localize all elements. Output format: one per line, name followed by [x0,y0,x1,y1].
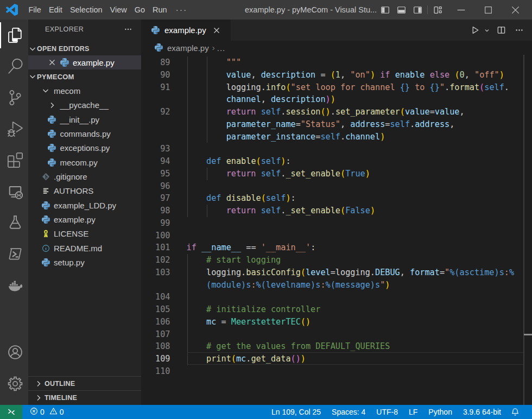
close-editor-icon[interactable] [48,58,56,67]
code-line-wrap[interactable]: (module)s:%(levelname)s:%(message)s") [141,279,532,291]
code-line-103[interactable]: 103 logging.basicConfig(level=logging.DE… [141,266,532,279]
close-button[interactable] [502,0,529,20]
code-line-wrap[interactable]: parameter_name="Status", address=self.ad… [141,118,532,131]
split-editor-icon[interactable] [492,20,510,41]
section-outline[interactable]: OUTLINE [28,376,141,390]
code-line-101[interactable]: 101if __name__ == '__main__': [141,242,532,254]
code-line-wrap[interactable]: channel, description)) [141,93,532,106]
activity-powershell[interactable] [1,242,29,266]
explorer-more-icon[interactable] [124,25,132,34]
activity-testing[interactable] [1,210,29,235]
tree-item-README.md[interactable]: README.md [28,241,141,255]
open-editors-header[interactable]: OPEN EDITORS [28,42,141,56]
menu-view[interactable]: View [106,0,131,20]
breadcrumb-symbol[interactable]: ... [217,43,226,53]
folder-section-header[interactable]: PYMECOM [28,69,141,84]
close-icon[interactable] [212,26,221,35]
activity-docker[interactable] [1,273,29,298]
code-line-100[interactable]: 100 [141,230,532,242]
activity-explorer[interactable] [1,23,29,48]
code-line-92[interactable]: 92 return self.session().set_parameter(v… [141,106,532,118]
code-line-wrap[interactable]: parameter_instance=self.channel) [141,131,532,143]
scrollbar[interactable] [523,55,524,405]
run-icon[interactable] [471,26,480,35]
problems-status[interactable]: 0 0 [30,407,66,417]
code-line-99[interactable]: 99 [141,217,532,230]
status-language-mode[interactable]: Python [423,405,458,419]
tree-item-mecom.py[interactable]: mecom.py [28,155,141,169]
status-cursor-position[interactable]: Ln 109, Col 25 [266,405,326,419]
breadcrumb-file[interactable]: example.py [167,43,209,53]
run-button[interactable] [468,20,482,41]
customize-layout-icon[interactable] [429,0,446,20]
code-line-108[interactable]: 108 # get the values from DEFAULT_QUERIE… [141,340,532,353]
section-timeline[interactable]: TIMELINE [28,390,141,404]
code-line-96[interactable]: 96 [141,180,532,193]
menu-run[interactable]: Run [149,0,171,20]
maximize-button[interactable] [474,0,502,20]
tab-close-icon[interactable] [212,26,221,35]
open-editor-item[interactable]: example.py [28,55,141,69]
menu-edit[interactable]: Edit [45,0,66,20]
editor-more-actions-icon[interactable] [510,20,528,41]
activity-settings[interactable] [1,371,29,396]
menu-selection[interactable]: Selection [66,0,106,20]
status-eol[interactable]: LF [403,405,423,419]
tree-item-__init__.py[interactable]: __init__.py [28,112,141,126]
line-content: logging.info("set loop for channel {} to… [187,81,509,94]
tree-item-example_LDD.py[interactable]: example_LDD.py [28,198,141,212]
split-icon[interactable] [497,26,506,35]
code-line-109[interactable]: 109 print(mc.get_data()) [141,353,532,365]
tree-item-AUTHORS[interactable]: AUTHORS [28,184,141,198]
code-editor[interactable]: 89 """90 value, description = (1, "on") … [141,55,532,405]
code-line-95[interactable]: 95 return self._set_enable(True) [141,168,532,180]
status-encoding[interactable]: UTF-8 [371,405,403,419]
activity-account[interactable] [1,340,29,365]
activity-search[interactable] [1,54,29,79]
menu-go[interactable]: Go [131,0,149,20]
code-line-110[interactable]: 110 [141,365,532,378]
tree-item-.gitignore[interactable]: .gitignore [28,169,141,183]
code-line-91[interactable]: 91 logging.info("set loop for channel {}… [141,81,532,94]
activity-remote-explorer[interactable] [1,179,29,204]
code-line-104[interactable]: 104 [141,291,532,303]
code-line-106[interactable]: 106 mc = MeerstetterTEC() [141,316,532,328]
toggle-secondary-sidebar-icon[interactable] [409,0,426,20]
code-line-89[interactable]: 89 """ [141,56,532,69]
tree-item-mecom[interactable]: mecom [28,84,141,98]
tree-item-__pycache__[interactable]: __pycache__ [28,98,141,112]
activity-source-control[interactable] [1,85,29,110]
chevron-down-icon[interactable] [483,27,491,34]
tree-item-setup.py[interactable]: setup.py [28,256,141,270]
code-line-105[interactable]: 105 # initialize controller [141,303,532,316]
notifications-bell[interactable] [506,405,522,419]
breadcrumbs[interactable]: example.py › ... [141,41,532,55]
tree-item-LICENSE[interactable]: LICENSE [28,227,141,241]
code-line-102[interactable]: 102 # start logging [141,254,532,266]
remote-indicator[interactable] [0,405,22,419]
code-line-93[interactable]: 93 [141,143,532,155]
toggle-sidebar-icon[interactable] [377,0,393,20]
minimize-button[interactable] [447,0,474,20]
code-line-97[interactable]: 97 def disable(self): [141,192,532,205]
menu-more[interactable]: ··· [171,0,193,20]
run-dropdown-icon[interactable] [482,20,492,41]
tree-item-example.py[interactable]: example.py [28,212,141,226]
status-indentation[interactable]: Spaces: 4 [326,405,371,419]
status-python-interpreter[interactable]: 3.9.6 64-bit [458,405,506,419]
tree-item-label: .gitignore [54,172,87,181]
tab-example-py[interactable]: example.py [141,20,231,41]
code-line-107[interactable]: 107 [141,328,532,341]
menu-file[interactable]: File [25,0,45,20]
line-number: 110 [141,365,170,378]
explorer-actions-button[interactable] [124,20,132,39]
activity-run-debug[interactable] [1,117,29,142]
activity-extensions[interactable] [1,148,29,173]
code-line-98[interactable]: 98 return self._set_enable(False) [141,205,532,217]
code-line-94[interactable]: 94 def enable(self): [141,155,532,168]
code-line-90[interactable]: 90 value, description = (1, "on") if ena… [141,69,532,81]
tree-item-commands.py[interactable]: commands.py [28,126,141,141]
more-icon[interactable] [515,26,524,35]
toggle-panel-icon[interactable] [393,0,409,20]
tree-item-exceptions.py[interactable]: exceptions.py [28,141,141,155]
